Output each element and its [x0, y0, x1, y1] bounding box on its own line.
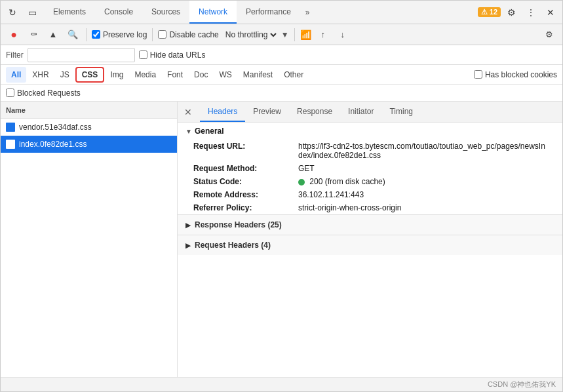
response-headers-header[interactable]: ▶ Response Headers (25): [178, 215, 562, 235]
throttle-select[interactable]: No throttling Fast 3G Slow 3G Offline: [223, 29, 279, 40]
search-button[interactable]: 🔍: [65, 27, 81, 43]
filter-input[interactable]: [28, 48, 135, 62]
import-button[interactable]: ↑: [315, 27, 331, 43]
top-tab-bar: ↻ ▭ Elements Console Sources Network Per…: [1, 1, 562, 24]
referrer-policy-value: strict-origin-when-cross-origin: [298, 203, 401, 212]
detail-tab-preview[interactable]: Preview: [245, 102, 289, 122]
file-list-panel: Name vendor.51e34daf.css index.0fe82de1.…: [1, 102, 178, 377]
request-method-row: Request Method: GET: [178, 162, 562, 175]
request-method-value: GET: [298, 164, 315, 173]
main-content: Name vendor.51e34daf.css index.0fe82de1.…: [1, 102, 562, 377]
bottom-bar: CSDN @神也佑我YK: [1, 377, 562, 391]
general-arrow-icon: ▼: [185, 128, 192, 135]
close-detail-button[interactable]: ✕: [180, 104, 196, 120]
remote-address-value: 36.102.11.241:443: [298, 190, 364, 199]
more-options-button[interactable]: ⋮: [522, 3, 540, 22]
general-section-header[interactable]: ▼ General: [178, 123, 562, 140]
tab-elements[interactable]: Elements: [44, 1, 95, 24]
status-code-key: Status Code:: [193, 177, 298, 186]
referrer-policy-row: Referrer Policy: strict-origin-when-cros…: [178, 201, 562, 214]
filter-label: Filter: [6, 50, 24, 60]
wifi-icon: 📶: [300, 29, 311, 40]
toolbar-separator-1: [86, 28, 87, 41]
request-url-value: https://lf3-cdn2-tos.bytescm.com/toutiao…: [298, 142, 547, 160]
tab-network[interactable]: Network: [189, 1, 237, 24]
clear-button[interactable]: ⚰: [26, 27, 41, 43]
file-item-index[interactable]: index.0fe82de1.css: [1, 136, 177, 153]
tab-sources[interactable]: Sources: [142, 1, 189, 24]
remote-address-key: Remote Address:: [193, 190, 298, 199]
type-filter-ws[interactable]: WS: [214, 67, 237, 83]
file-list-header: Name: [1, 102, 177, 119]
toolbar-separator-3: [294, 28, 295, 41]
record-button[interactable]: ●: [6, 27, 22, 43]
css-file-icon-selected: [6, 140, 15, 149]
credit-text: CSDN @神也佑我YK: [488, 380, 556, 389]
type-filter-doc[interactable]: Doc: [189, 67, 213, 83]
type-filter-font[interactable]: Font: [162, 67, 188, 83]
export-button[interactable]: ↓: [335, 27, 351, 43]
tab-bar-controls: ↻ ▭: [3, 3, 41, 22]
detail-tab-bar: ✕ Headers Preview Response Initiator Tim…: [178, 102, 562, 123]
tab-console[interactable]: Console: [95, 1, 142, 24]
remote-address-row: Remote Address: 36.102.11.241:443: [178, 188, 562, 201]
type-filter-img[interactable]: Img: [105, 67, 128, 83]
detail-tab-timing[interactable]: Timing: [381, 102, 421, 122]
status-code-row: Status Code: 200 (from disk cache): [178, 175, 562, 188]
devtools-window: ↻ ▭ Elements Console Sources Network Per…: [0, 0, 563, 392]
toolbar-separator-2: [152, 28, 153, 41]
request-url-row: Request URL: https://lf3-cdn2-tos.bytesc…: [178, 140, 562, 162]
type-filter-js[interactable]: JS: [55, 67, 75, 83]
type-filter-other[interactable]: Other: [279, 67, 309, 83]
type-filter-row: All XHR JS CSS Img Media Font Doc WS Man…: [1, 65, 562, 85]
tab-list: Elements Console Sources Network Perform…: [44, 1, 478, 24]
filter-toggle-button[interactable]: ▲: [45, 27, 61, 43]
request-headers-arrow-icon: ▶: [185, 242, 191, 249]
type-filter-css[interactable]: CSS: [75, 67, 105, 83]
file-item-vendor[interactable]: vendor.51e34daf.css: [1, 119, 177, 136]
toolbar-right: ⚙: [541, 27, 557, 43]
type-filter-xhr[interactable]: XHR: [27, 67, 54, 83]
filter-row: Filter Hide data URLs: [1, 45, 562, 65]
blocked-requests-checkbox[interactable]: Blocked Requests: [6, 88, 81, 98]
hide-data-urls-checkbox[interactable]: Hide data URLs: [139, 50, 206, 60]
tab-more-button[interactable]: »: [300, 1, 315, 24]
close-devtools-button[interactable]: ✕: [541, 3, 560, 22]
inspect-element-button[interactable]: ↻: [3, 3, 22, 22]
type-filter-manifest[interactable]: Manifest: [238, 67, 278, 83]
device-toggle-button[interactable]: ▭: [23, 3, 41, 22]
settings-button[interactable]: ⚙: [502, 3, 520, 22]
request-method-key: Request Method:: [193, 164, 298, 173]
referrer-policy-key: Referrer Policy:: [193, 203, 298, 212]
throttle-wrapper: No throttling Fast 3G Slow 3G Offline ▼: [223, 29, 289, 40]
request-headers-section: ▶ Request Headers (4): [178, 235, 562, 255]
disable-cache-checkbox[interactable]: Disable cache: [158, 30, 218, 39]
blocked-requests-row: Blocked Requests: [1, 85, 562, 102]
status-code-value: 200 (from disk cache): [298, 177, 385, 186]
warning-badge: ⚠ 12: [478, 7, 501, 17]
type-filter-all[interactable]: All: [6, 67, 26, 83]
network-toolbar: ● ⚰ ▲ 🔍 Preserve log Disable cache No th…: [1, 24, 562, 45]
tab-bar-right: ⚠ 12 ⚙ ⋮ ✕: [478, 3, 560, 22]
request-headers-header[interactable]: ▶ Request Headers (4): [178, 235, 562, 255]
status-green-dot: [298, 179, 305, 186]
type-filter-media[interactable]: Media: [129, 67, 161, 83]
detail-tab-response[interactable]: Response: [289, 102, 340, 122]
response-headers-section: ▶ Response Headers (25): [178, 214, 562, 235]
detail-content: ▼ General Request URL: https://lf3-cdn2-…: [178, 123, 562, 377]
response-headers-arrow-icon: ▶: [185, 222, 191, 229]
css-file-icon: [6, 123, 15, 132]
request-url-key: Request URL:: [193, 142, 298, 151]
file-list: vendor.51e34daf.css index.0fe82de1.css: [1, 119, 177, 377]
has-blocked-cookies-checkbox[interactable]: [474, 70, 482, 79]
detail-tab-initiator[interactable]: Initiator: [340, 102, 381, 122]
detail-panel: ✕ Headers Preview Response Initiator Tim…: [178, 102, 562, 377]
network-settings-button[interactable]: ⚙: [541, 27, 557, 43]
has-blocked-cookies-label: Has blocked cookies: [474, 70, 557, 79]
detail-tab-headers[interactable]: Headers: [200, 102, 245, 122]
preserve-log-checkbox[interactable]: Preserve log: [92, 30, 147, 39]
tab-performance[interactable]: Performance: [237, 1, 300, 24]
